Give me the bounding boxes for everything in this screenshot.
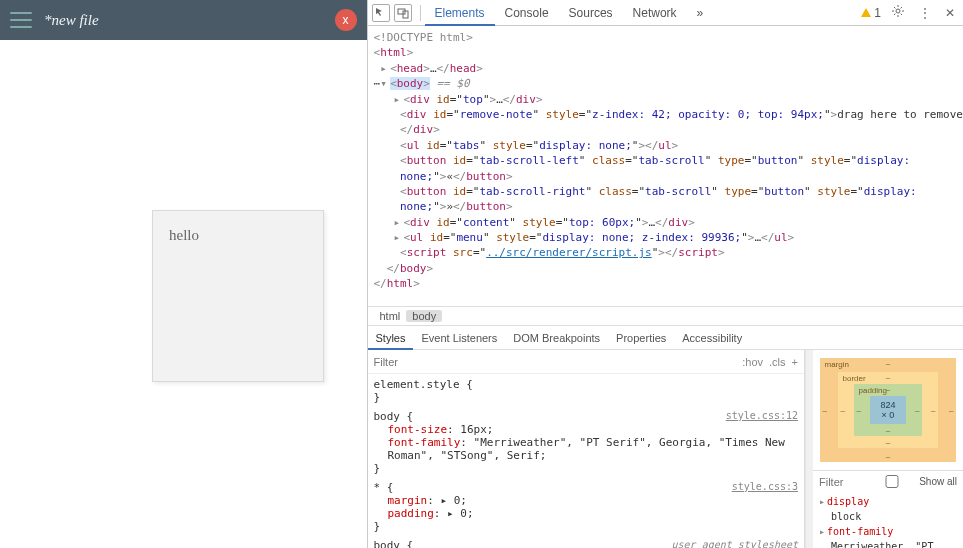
- menu-icon[interactable]: [10, 12, 32, 28]
- tab-console[interactable]: Console: [495, 0, 559, 26]
- warnings-badge[interactable]: 1: [860, 6, 881, 20]
- styles-body[interactable]: element.style { } body {style.css:12 fon…: [368, 374, 805, 548]
- computed-list[interactable]: ▸display block ▸font-family Merriweather…: [813, 492, 963, 548]
- devtools-panel: Elements Console Sources Network » 1 ⋮ ✕…: [367, 0, 964, 548]
- settings-icon[interactable]: [887, 4, 909, 21]
- subtab-accessibility[interactable]: Accessibility: [674, 326, 750, 350]
- app-pane: *new file x hello: [0, 0, 367, 548]
- show-all-toggle[interactable]: Show all: [868, 475, 957, 488]
- devtools-tabs: Elements Console Sources Network »: [425, 0, 714, 26]
- window-title: *new file: [44, 12, 99, 29]
- scrollbar[interactable]: [805, 350, 813, 548]
- devtools-toolbar: Elements Console Sources Network » 1 ⋮ ✕: [368, 0, 964, 26]
- new-rule-button[interactable]: +: [792, 356, 798, 368]
- breadcrumb: html body: [368, 306, 964, 326]
- inspect-icon[interactable]: [372, 4, 390, 22]
- computed-pane: margin –––– border –––– padding –––– 824…: [813, 350, 963, 548]
- rule-body[interactable]: body {style.css:12 font-size: 16px; font…: [374, 410, 799, 475]
- more-icon[interactable]: ⋮: [915, 6, 935, 20]
- box-model[interactable]: margin –––– border –––– padding –––– 824…: [813, 350, 963, 470]
- styles-filter-input[interactable]: [374, 356, 737, 368]
- breadcrumb-html[interactable]: html: [374, 310, 407, 322]
- subtab-event-listeners[interactable]: Event Listeners: [413, 326, 505, 350]
- computed-filter-input[interactable]: [819, 476, 867, 488]
- subtab-properties[interactable]: Properties: [608, 326, 674, 350]
- close-button[interactable]: x: [335, 9, 357, 31]
- subtab-dom-breakpoints[interactable]: DOM Breakpoints: [505, 326, 608, 350]
- styles-subtabs: Styles Event Listeners DOM Breakpoints P…: [368, 326, 964, 350]
- subtab-styles[interactable]: Styles: [368, 326, 414, 350]
- rule-star[interactable]: * {style.css:3 margin: ▸ 0; padding: ▸ 0…: [374, 481, 799, 533]
- close-devtools-icon[interactable]: ✕: [941, 6, 959, 20]
- title-bar: *new file x: [0, 0, 367, 40]
- dom-tree[interactable]: <!DOCTYPE html> <html> ▸<head>…</head> ⋯…: [368, 26, 964, 306]
- hov-toggle[interactable]: :hov: [742, 356, 763, 368]
- source-link[interactable]: style.css:12: [726, 410, 798, 423]
- tabs-overflow-icon[interactable]: »: [687, 0, 714, 26]
- tab-sources[interactable]: Sources: [559, 0, 623, 26]
- source-link[interactable]: style.css:3: [732, 481, 798, 494]
- note-text[interactable]: hello: [169, 227, 307, 244]
- device-toggle-icon[interactable]: [394, 4, 412, 22]
- rule-ua-body[interactable]: body {user agent stylesheet display: blo…: [374, 539, 799, 548]
- tab-network[interactable]: Network: [623, 0, 687, 26]
- breadcrumb-body[interactable]: body: [406, 310, 442, 322]
- ua-label: user agent stylesheet: [672, 539, 798, 548]
- note-card[interactable]: hello: [152, 210, 324, 382]
- rule-element-style[interactable]: element.style { }: [374, 378, 799, 404]
- styles-filter-bar: :hov .cls +: [368, 350, 805, 374]
- tab-elements[interactable]: Elements: [425, 0, 495, 26]
- box-model-content: 824 × 0: [870, 396, 905, 424]
- svg-point-2: [896, 9, 900, 13]
- editor-area[interactable]: hello: [0, 40, 367, 548]
- cls-toggle[interactable]: .cls: [769, 356, 786, 368]
